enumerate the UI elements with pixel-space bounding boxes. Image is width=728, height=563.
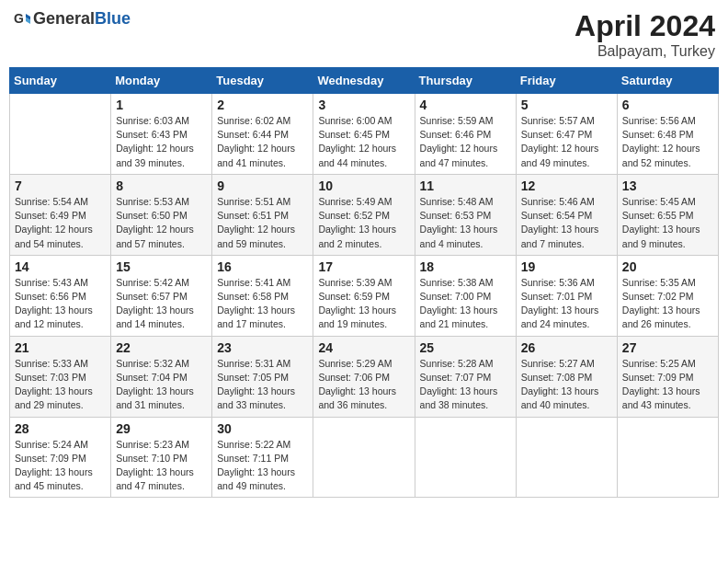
day-header-saturday: Saturday [617,68,718,94]
day-header-friday: Friday [516,68,617,94]
day-detail: Sunrise: 5:24 AMSunset: 7:09 PMDaylight:… [15,438,106,494]
calendar-cell: 6Sunrise: 5:56 AMSunset: 6:48 PMDaylight… [617,94,718,175]
page-title: April 2024 [574,9,715,43]
calendar-cell: 5Sunrise: 5:57 AMSunset: 6:47 PMDaylight… [516,94,617,175]
day-number: 2 [217,98,308,112]
calendar-cell: 12Sunrise: 5:46 AMSunset: 6:54 PMDayligh… [516,174,617,255]
day-detail: Sunrise: 5:38 AMSunset: 7:00 PMDaylight:… [420,276,511,332]
day-header-wednesday: Wednesday [313,68,415,94]
day-detail: Sunrise: 5:56 AMSunset: 6:48 PMDaylight:… [622,114,713,170]
day-detail: Sunrise: 5:22 AMSunset: 7:11 PMDaylight:… [217,438,308,494]
day-detail: Sunrise: 5:51 AMSunset: 6:51 PMDaylight:… [217,195,308,251]
day-detail: Sunrise: 5:39 AMSunset: 6:59 PMDaylight:… [318,276,409,332]
calendar-cell: 14Sunrise: 5:43 AMSunset: 6:56 PMDayligh… [10,255,111,336]
calendar-cell: 19Sunrise: 5:36 AMSunset: 7:01 PMDayligh… [516,255,617,336]
day-number: 18 [420,259,511,274]
day-detail: Sunrise: 5:32 AMSunset: 7:04 PMDaylight:… [116,357,207,413]
calendar-cell: 25Sunrise: 5:28 AMSunset: 7:07 PMDayligh… [415,336,516,417]
day-number: 10 [318,178,409,193]
calendar-cell: 10Sunrise: 5:49 AMSunset: 6:52 PMDayligh… [313,174,415,255]
calendar-week-row: 14Sunrise: 5:43 AMSunset: 6:56 PMDayligh… [10,255,719,336]
day-number: 19 [521,259,612,274]
day-number: 11 [420,178,511,193]
day-detail: Sunrise: 5:43 AMSunset: 6:56 PMDaylight:… [15,276,106,332]
calendar-cell: 13Sunrise: 5:45 AMSunset: 6:55 PMDayligh… [617,174,718,255]
day-number: 17 [318,259,409,274]
day-number: 26 [521,340,612,355]
day-detail: Sunrise: 6:03 AMSunset: 6:43 PMDaylight:… [116,114,207,170]
day-detail: Sunrise: 5:48 AMSunset: 6:53 PMDaylight:… [420,195,511,251]
calendar-cell: 16Sunrise: 5:41 AMSunset: 6:58 PMDayligh… [212,255,313,336]
calendar-cell [516,417,617,498]
calendar-cell: 26Sunrise: 5:27 AMSunset: 7:08 PMDayligh… [516,336,617,417]
day-number: 5 [521,98,612,112]
logo-icon: G [13,10,31,29]
day-detail: Sunrise: 5:59 AMSunset: 6:46 PMDaylight:… [420,114,511,170]
calendar-cell: 24Sunrise: 5:29 AMSunset: 7:06 PMDayligh… [313,336,415,417]
calendar-week-row: 28Sunrise: 5:24 AMSunset: 7:09 PMDayligh… [10,417,719,498]
calendar-cell: 11Sunrise: 5:48 AMSunset: 6:53 PMDayligh… [415,174,516,255]
day-detail: Sunrise: 5:29 AMSunset: 7:06 PMDaylight:… [318,357,409,413]
day-detail: Sunrise: 5:54 AMSunset: 6:49 PMDaylight:… [15,195,106,251]
calendar-cell: 21Sunrise: 5:33 AMSunset: 7:03 PMDayligh… [10,336,111,417]
day-number: 22 [116,340,207,355]
day-detail: Sunrise: 5:31 AMSunset: 7:05 PMDaylight:… [217,357,308,413]
page-subtitle: Balpayam, Turkey [574,43,715,60]
day-detail: Sunrise: 5:42 AMSunset: 6:57 PMDaylight:… [116,276,207,332]
calendar-cell: 15Sunrise: 5:42 AMSunset: 6:57 PMDayligh… [111,255,212,336]
logo-general: General [33,9,95,28]
day-number: 16 [217,259,308,274]
logo-text: GeneralBlue [33,9,131,29]
day-number: 25 [420,340,511,355]
day-number: 15 [116,259,207,274]
day-detail: Sunrise: 5:25 AMSunset: 7:09 PMDaylight:… [622,357,713,413]
day-number: 3 [318,98,409,112]
day-number: 20 [622,259,713,274]
day-detail: Sunrise: 5:46 AMSunset: 6:54 PMDaylight:… [521,195,612,251]
day-header-thursday: Thursday [415,68,516,94]
calendar-cell: 4Sunrise: 5:59 AMSunset: 6:46 PMDaylight… [415,94,516,175]
svg-text:G: G [14,11,24,26]
day-number: 21 [15,340,106,355]
day-detail: Sunrise: 5:53 AMSunset: 6:50 PMDaylight:… [116,195,207,251]
calendar-cell [10,94,111,175]
page-header: G GeneralBlue April 2024 Balpayam, Turke… [9,9,719,60]
calendar-cell: 28Sunrise: 5:24 AMSunset: 7:09 PMDayligh… [10,417,111,498]
day-number: 6 [622,98,713,112]
calendar-cell: 2Sunrise: 6:02 AMSunset: 6:44 PMDaylight… [212,94,313,175]
day-detail: Sunrise: 5:36 AMSunset: 7:01 PMDaylight:… [521,276,612,332]
day-detail: Sunrise: 5:28 AMSunset: 7:07 PMDaylight:… [420,357,511,413]
day-number: 24 [318,340,409,355]
day-number: 8 [116,178,207,193]
day-detail: Sunrise: 5:57 AMSunset: 6:47 PMDaylight:… [521,114,612,170]
day-detail: Sunrise: 6:00 AMSunset: 6:45 PMDaylight:… [318,114,409,170]
calendar-table: SundayMondayTuesdayWednesdayThursdayFrid… [9,67,719,498]
day-number: 13 [622,178,713,193]
day-detail: Sunrise: 5:49 AMSunset: 6:52 PMDaylight:… [318,195,409,251]
day-number: 4 [420,98,511,112]
day-header-sunday: Sunday [10,68,111,94]
day-number: 30 [217,421,308,436]
calendar-cell: 3Sunrise: 6:00 AMSunset: 6:45 PMDaylight… [313,94,415,175]
day-detail: Sunrise: 5:45 AMSunset: 6:55 PMDaylight:… [622,195,713,251]
calendar-week-row: 7Sunrise: 5:54 AMSunset: 6:49 PMDaylight… [10,174,719,255]
day-header-tuesday: Tuesday [212,68,313,94]
day-number: 9 [217,178,308,193]
day-detail: Sunrise: 5:33 AMSunset: 7:03 PMDaylight:… [15,357,106,413]
day-detail: Sunrise: 5:41 AMSunset: 6:58 PMDaylight:… [217,276,308,332]
calendar-cell: 17Sunrise: 5:39 AMSunset: 6:59 PMDayligh… [313,255,415,336]
calendar-cell: 8Sunrise: 5:53 AMSunset: 6:50 PMDaylight… [111,174,212,255]
calendar-cell: 7Sunrise: 5:54 AMSunset: 6:49 PMDaylight… [10,174,111,255]
day-number: 28 [15,421,106,436]
calendar-week-row: 21Sunrise: 5:33 AMSunset: 7:03 PMDayligh… [10,336,719,417]
logo-blue: Blue [95,9,131,28]
calendar-cell: 18Sunrise: 5:38 AMSunset: 7:00 PMDayligh… [415,255,516,336]
calendar-cell: 27Sunrise: 5:25 AMSunset: 7:09 PMDayligh… [617,336,718,417]
day-number: 12 [521,178,612,193]
day-number: 1 [116,98,207,112]
calendar-cell [617,417,718,498]
day-number: 7 [15,178,106,193]
logo: G GeneralBlue [13,9,131,29]
calendar-cell [415,417,516,498]
calendar-cell: 20Sunrise: 5:35 AMSunset: 7:02 PMDayligh… [617,255,718,336]
